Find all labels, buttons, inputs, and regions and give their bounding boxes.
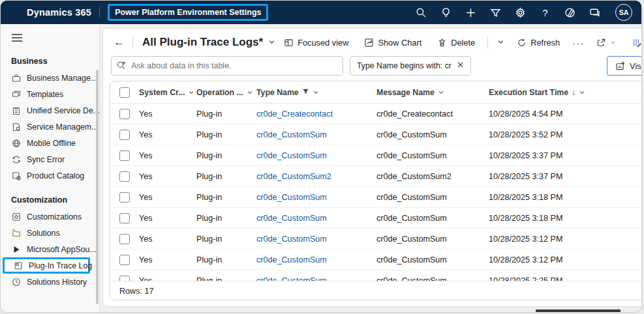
row-checkbox[interactable] [119, 192, 130, 203]
feedback-icon[interactable] [589, 7, 600, 18]
chevron-down-icon [188, 89, 194, 96]
add-icon[interactable] [465, 7, 476, 18]
view-selector-chevron-icon[interactable] [268, 36, 275, 48]
cell-message-name: cr0de_CustomSum [376, 276, 489, 281]
settings-gear-icon[interactable] [515, 7, 526, 18]
top-navigation-bar: Dynamics 365 Power Platform Environment … [1, 1, 641, 24]
sidebar-item-label: Service Managem... [27, 122, 98, 132]
cell-type-name-link[interactable]: cr0de_CustomSum [256, 276, 376, 281]
ask-data-input[interactable] [111, 56, 343, 76]
chevron-down-icon [313, 89, 319, 96]
row-checkbox[interactable] [119, 255, 130, 265]
edit-columns-button[interactable] [628, 35, 642, 50]
delete-button[interactable]: Delete [434, 35, 478, 50]
row-checkbox[interactable] [119, 234, 130, 244]
row-checkbox[interactable] [119, 130, 130, 140]
sidebar-item-sync-error[interactable]: Sync Error [1, 151, 99, 167]
row-checkbox[interactable] [119, 171, 130, 182]
sidebar-item-plug-in-trace-log[interactable]: Plug-In Trace Log [3, 257, 90, 274]
cell-type-name-link[interactable]: cr0de_CustomSum [256, 235, 376, 244]
col-header-execution-start-time[interactable]: Execution Start Time ↓ [489, 88, 642, 97]
share-button[interactable] [593, 35, 619, 50]
overflow-chevron-icon[interactable] [497, 36, 504, 48]
user-avatar[interactable]: SA [615, 4, 632, 21]
filter-icon[interactable] [490, 7, 501, 18]
sidebar-item-label: Templates [27, 90, 63, 99]
cell-type-name-link[interactable]: cr0de_CustomSum [256, 214, 376, 223]
power-platform-icon[interactable] [564, 7, 575, 18]
sidebar-item-mobile-offline[interactable]: Mobile Offline [1, 135, 99, 151]
view-title[interactable]: All Plug-in Trace Logs* [142, 36, 263, 49]
help-icon[interactable]: ? [540, 7, 551, 18]
table-row[interactable]: Yes Plug-in cr0de_CustomSum cr0de_Custom… [110, 250, 642, 270]
sidebar-item-unified-service-desk[interactable]: Unified Service De... [1, 102, 99, 119]
clipboard-icon [11, 106, 21, 115]
cell-type-name-link[interactable]: cr0de_CustomSum [256, 130, 376, 139]
cell-operation: Plug-in [196, 276, 256, 281]
back-arrow-icon[interactable]: ← [111, 36, 127, 49]
table-row[interactable]: Yes Plug-in cr0de_CustomSum cr0de_Custom… [110, 229, 642, 250]
lightbulb-icon[interactable] [440, 7, 452, 18]
remove-filter-icon[interactable] [457, 61, 464, 70]
catalog-icon [11, 171, 21, 180]
appsource-icon [11, 244, 21, 254]
cell-operation: Plug-in [196, 130, 256, 139]
cell-type-name-link[interactable]: cr0de_CustomSum [256, 255, 376, 264]
search-row: Type Name begins with: cr Visualize [110, 55, 642, 81]
cell-type-name-link[interactable]: cr0de_CustomSum [256, 151, 376, 160]
sidebar-item-solutions-history[interactable]: Solutions History [1, 274, 99, 290]
cell-message-name: cr0de_CustomSum [376, 193, 489, 202]
sidebar-item-label: Customizations [27, 212, 82, 221]
row-checkbox[interactable] [119, 150, 130, 161]
table-row[interactable]: Yes Plug-in cr0de_CustomSum cr0de_Custom… [110, 124, 642, 145]
hamburger-menu-icon[interactable] [11, 33, 23, 45]
col-header-message-name[interactable]: Message Name [376, 88, 489, 97]
sidebar-item-customizations[interactable]: Customizations [1, 208, 99, 225]
visualize-chart-icon [615, 61, 625, 71]
sidebar-item-microsoft-appsource[interactable]: Microsoft AppSou... [1, 241, 99, 257]
table-row[interactable]: Yes Plug-in cr0de_Createcontact cr0de_Cr… [110, 104, 642, 124]
sort-descending-icon: ↓ [572, 88, 575, 97]
table-row[interactable]: Yes Plug-in cr0de_CustomSum cr0de_Custom… [110, 145, 642, 166]
table-row[interactable]: Yes Plug-in cr0de_CustomSum cr0de_Custom… [110, 187, 642, 208]
sidebar-item-business-management[interactable]: Business Manage... [1, 70, 99, 86]
row-checkbox[interactable] [119, 213, 130, 223]
row-checkbox[interactable] [119, 109, 130, 119]
sidebar-item-label: Product Catalog [27, 171, 84, 180]
show-chart-button[interactable]: Show Chart [361, 35, 425, 50]
cell-start-time: 10/28/2025 3:52 PM [489, 130, 642, 139]
trace-log-icon [13, 261, 23, 270]
sidebar-item-service-management[interactable]: Service Managem... [1, 119, 99, 135]
filter-chip[interactable]: Type Name begins with: cr [350, 56, 471, 76]
sidebar-scrollbar[interactable] [96, 70, 99, 304]
cell-type-name-link[interactable]: cr0de_CustomSum2 [256, 172, 376, 181]
select-all-checkbox[interactable] [119, 87, 130, 98]
sidebar-item-solutions[interactable]: Solutions [1, 225, 99, 241]
col-header-type-name[interactable]: Type Name [256, 88, 376, 97]
more-commands-button[interactable]: ··· [572, 37, 584, 48]
app-title[interactable]: Dynamics 365 [27, 7, 91, 18]
cell-start-time: 10/28/2025 3:12 PM [489, 255, 642, 264]
environment-title-highlighted[interactable]: Power Platform Environment Settings [108, 4, 268, 21]
table-row[interactable]: Yes Plug-in cr0de_CustomSum cr0de_Custom… [110, 270, 642, 281]
sidebar-item-templates[interactable]: Templates [1, 86, 99, 102]
cell-operation: Plug-in [196, 255, 256, 264]
sidebar-item-product-catalog[interactable]: Product Catalog [1, 167, 99, 184]
sidebar-item-label: Solutions History [27, 278, 87, 287]
visualize-button[interactable]: Visualize [607, 56, 642, 76]
cell-type-name-link[interactable]: cr0de_CustomSum [256, 193, 376, 202]
solutions-icon [11, 228, 21, 238]
chevron-down-icon [579, 89, 585, 96]
focused-view-button[interactable]: Focused view [281, 35, 352, 50]
table-row[interactable]: Yes Plug-in cr0de_CustomSum cr0de_Custom… [110, 208, 642, 229]
cell-type-name-link[interactable]: cr0de_Createcontact [256, 109, 376, 119]
table-row[interactable]: Yes Plug-in cr0de_CustomSum2 cr0de_Custo… [110, 166, 642, 187]
sidebar-item-label: Business Manage... [27, 74, 97, 83]
col-header-system-created[interactable]: System Cr... [139, 88, 196, 97]
col-header-operation[interactable]: Operation ... [196, 88, 256, 97]
refresh-button[interactable]: Refresh [514, 35, 563, 50]
cell-start-time: 10/28/2025 3:37 PM [489, 151, 642, 160]
search-icon[interactable] [416, 7, 427, 18]
row-checkbox[interactable] [119, 276, 130, 281]
sidebar-item-label: Unified Service De... [27, 106, 100, 115]
